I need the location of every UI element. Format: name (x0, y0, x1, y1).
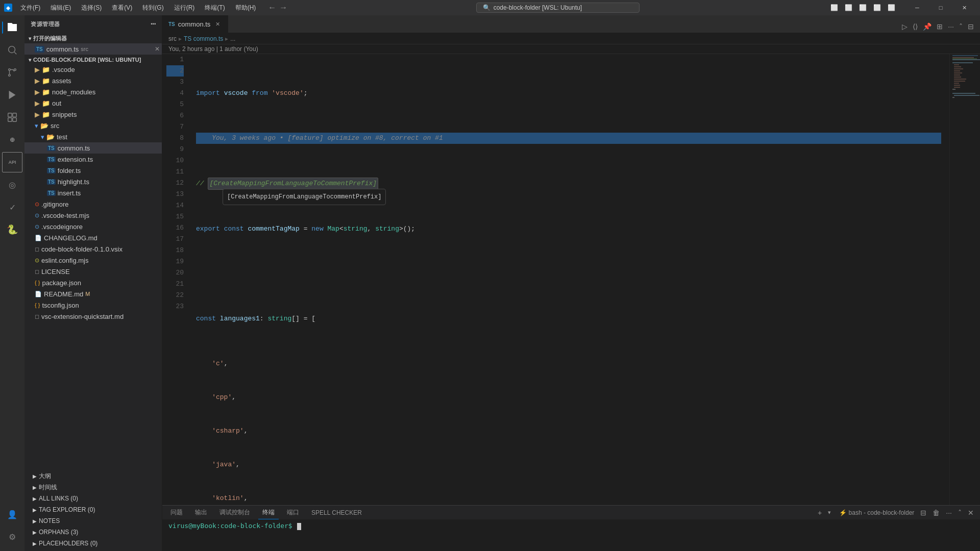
all-links-section[interactable]: ▶ ALL LINKS (0) (24, 493, 162, 504)
panel-maximize-btn[interactable]: ˄ (956, 508, 964, 518)
layout-btn-4[interactable]: ⬜ (871, 2, 883, 14)
activity-git-graph[interactable]: ◎ (2, 174, 22, 195)
activity-todo[interactable]: ✓ (2, 197, 22, 217)
menu-goto[interactable]: 转到(G) (138, 3, 167, 13)
folder-snippets[interactable]: ▶ 📁 snippets (24, 109, 162, 120)
tab-close-btn[interactable]: ✕ (213, 20, 222, 28)
svg-rect-15 (954, 64, 959, 65)
activity-run-debug[interactable] (2, 85, 22, 105)
toggle-panel-btn[interactable]: ˄ (957, 20, 965, 33)
menu-terminal[interactable]: 终端(T) (201, 3, 229, 13)
activity-remote[interactable]: ⊕ (2, 130, 22, 150)
new-terminal-btn[interactable]: + (816, 508, 824, 518)
code-content[interactable]: import vscode from 'vscode'; You, 3 week… (188, 54, 949, 505)
layout-btn-5[interactable]: ⬜ (885, 2, 897, 14)
folder-vscode[interactable]: ▶ 📁 .vscode (24, 64, 162, 75)
file-package-json[interactable]: { } package.json (24, 277, 162, 288)
activity-extensions[interactable] (2, 107, 22, 128)
menu-run[interactable]: 运行(R) (170, 3, 199, 13)
menu-select[interactable]: 选择(S) (77, 3, 106, 13)
placeholders-section[interactable]: ▶ PLACEHOLDERS (0) (24, 538, 162, 549)
run-file-btn[interactable]: ▷ (900, 20, 910, 33)
toggle-sidebar-btn[interactable]: ⊟ (966, 20, 976, 33)
terminal-more-btn[interactable]: ··· (944, 508, 954, 518)
orphans-section[interactable]: ▶ ORPHANS (3) (24, 527, 162, 538)
file-eslint[interactable]: ⊙ eslint.config.mjs (24, 255, 162, 266)
folder-src[interactable]: ▾ 📂 src (24, 120, 162, 131)
activity-search[interactable] (2, 40, 22, 60)
breadcrumb-file[interactable]: TS common.ts (184, 35, 223, 42)
panel-tab-spellcheck[interactable]: SPELL CHECKER (307, 507, 366, 518)
file-common-ts[interactable]: TS common.ts (24, 142, 162, 154)
tab-common-ts[interactable]: TS common.ts ✕ (162, 15, 228, 33)
menu-file[interactable]: 文件(F) (16, 3, 44, 13)
file-readme[interactable]: 📄 README.md M (24, 288, 162, 299)
file-folder-ts[interactable]: TS folder.ts (24, 165, 162, 176)
folder-assets[interactable]: ▶ 📁 assets (24, 75, 162, 86)
panel-actions: + ▾ ⚡ bash - code-block-folder ⊟ 🗑 ··· ˄… (816, 508, 976, 518)
activity-source-control[interactable] (2, 62, 22, 83)
panel-tab-problems[interactable]: 问题 (166, 506, 187, 519)
more-actions-btn[interactable]: ··· (946, 20, 956, 33)
layout-btn-2[interactable]: ⬜ (842, 2, 854, 14)
file-tsconfig-name: tsconfig.json (42, 302, 79, 309)
activity-api[interactable]: API (2, 152, 22, 172)
svg-rect-23 (954, 81, 965, 82)
kill-terminal-btn[interactable]: 🗑 (930, 508, 942, 518)
notes-section[interactable]: ▶ NOTES (24, 515, 162, 527)
menu-edit[interactable]: 编辑(E) (46, 3, 75, 13)
file-tsconfig[interactable]: { } tsconfig.json (24, 299, 162, 311)
folder-node-modules[interactable]: ▶ 📁 node_modules (24, 86, 162, 97)
layout-btn-1[interactable]: ⬜ (828, 2, 840, 14)
file-license[interactable]: ◻ LICENSE (24, 266, 162, 277)
file-extension-ts[interactable]: TS extension.ts (24, 154, 162, 165)
panel-close-btn[interactable]: ✕ (966, 508, 976, 518)
breadcrumb: src ▸ TS common.ts ▸ ... (162, 33, 980, 44)
maximize-button[interactable]: □ (929, 0, 952, 15)
timeline-section[interactable]: ▶ 时间线 (24, 482, 162, 493)
code-editor[interactable]: 1 2 3 4 5 6 7 8 9 10 11 12 13 14 15 16 1… (162, 54, 980, 505)
panel-tab-debug[interactable]: 调试控制台 (215, 506, 254, 519)
file-vsix[interactable]: ◻ code-block-folder-0.1.0.vsix (24, 243, 162, 255)
menu-view[interactable]: 查看(V) (108, 3, 136, 13)
split-editor-btn[interactable]: ⊞ (935, 20, 945, 33)
tag-explorer-section[interactable]: ▶ TAG EXPLORER (0) (24, 504, 162, 515)
code-line-4: export const commentTagMap = new Map<str… (196, 223, 941, 235)
file-gitignore[interactable]: ⊙ .gitignore (24, 198, 162, 210)
file-changelog[interactable]: 📄 CHANGELOG.md (24, 232, 162, 243)
close-button[interactable]: ✕ (952, 0, 976, 15)
menu-help[interactable]: 帮助(H) (231, 3, 260, 13)
outline-section[interactable]: ▶ 大纲 (24, 470, 162, 482)
folder-test[interactable]: ▾ 📂 test (24, 131, 162, 142)
panel-tab-terminal[interactable]: 终端 (258, 506, 279, 519)
file-vscodeignore[interactable]: ⊙ .vscodeignore (24, 221, 162, 232)
pin-btn[interactable]: 📌 (921, 20, 934, 33)
split-terminal-btn[interactable]: ⊟ (918, 508, 928, 518)
search-bar[interactable]: 🔍 code-block-folder [WSL: Ubuntu] (476, 3, 640, 13)
terminal-type-selector[interactable]: ▾ (826, 508, 833, 517)
file-insert-ts[interactable]: TS insert.ts (24, 187, 162, 198)
layout-btn-3[interactable]: ⬜ (856, 2, 869, 14)
activity-python[interactable]: 🐍 (2, 219, 22, 240)
open-changes-btn[interactable]: ⟨⟩ (911, 20, 920, 33)
open-editor-item-common-ts[interactable]: TS common.ts src ✕ (24, 43, 162, 55)
nav-back[interactable]: ← (268, 3, 276, 12)
activity-account[interactable]: 👤 (2, 504, 22, 524)
file-tree-root[interactable]: ▾ CODE-BLOCK-FOLDER [WSL: UBUNTU] (24, 55, 162, 64)
open-editors-section[interactable]: ▾ 打开的编辑器 (24, 33, 162, 43)
breadcrumb-more[interactable]: ... (230, 35, 235, 42)
panel-content[interactable]: virus@myBook:code-block-folder$ (162, 520, 980, 551)
folder-out[interactable]: ▶ 📁 out (24, 97, 162, 109)
open-editor-close[interactable]: ✕ (155, 45, 160, 53)
file-quickstart[interactable]: ◻ vsc-extension-quickstart.md (24, 311, 162, 322)
sidebar-more-btn[interactable]: ··· (151, 19, 156, 29)
minimize-button[interactable]: ─ (905, 0, 929, 15)
file-vscode-test[interactable]: ⊙ .vscode-test.mjs (24, 210, 162, 221)
panel-tab-ports[interactable]: 端口 (283, 506, 303, 519)
activity-explorer[interactable] (2, 17, 22, 38)
file-highlight-ts[interactable]: TS highlight.ts (24, 176, 162, 187)
breadcrumb-src[interactable]: src (168, 35, 177, 42)
nav-forward[interactable]: → (279, 3, 287, 12)
activity-settings[interactable]: ⚙ (2, 527, 22, 547)
panel-tab-output[interactable]: 输出 (191, 506, 211, 519)
